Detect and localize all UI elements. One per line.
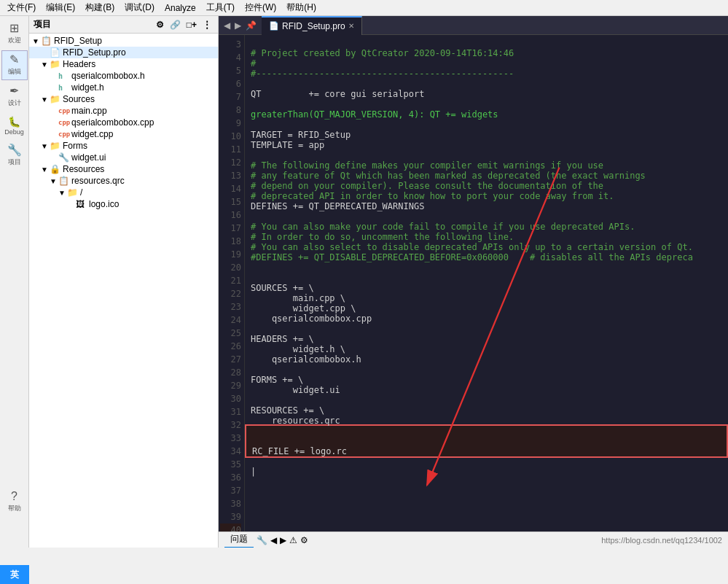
sidebar-item-help[interactable]: ? 帮助 (1, 487, 28, 517)
menu-analyze[interactable]: Analyze (160, 1, 200, 15)
sidebar-label-project: 项目 (8, 157, 21, 167)
node-label-sources: Sources (63, 94, 95, 104)
node-label-headers: Headers (63, 59, 95, 69)
tree-node-logo-ico[interactable]: 🖼 logo.ico (29, 198, 218, 210)
code-content[interactable]: # Project created by QtCreator 2020-09-1… (245, 35, 728, 532)
tree-node-slash[interactable]: ▼ 📁 / (29, 187, 218, 198)
tree-node-widget-ui[interactable]: 🔧 widget.ui (29, 152, 218, 163)
file-tree-title: 项目 (34, 18, 51, 31)
tree-node-rfid-setup[interactable]: ▼ 📋 RFID_Setup (29, 35, 218, 47)
node-label-widget-cpp: widget.cpp (71, 129, 113, 139)
menu-debug[interactable]: 调试(D) (120, 0, 159, 15)
language-button[interactable]: 英 (0, 565, 29, 584)
file-tree-toolbar: ⚙ 🔗 □+ ⋮ (154, 19, 214, 31)
arrow-icon-forms: ▼ (41, 142, 50, 150)
tree-node-resources-qrc[interactable]: ▼ 📋 resources.qrc (29, 175, 218, 187)
tab-label-rfid-pro: RFID_Setup.pro (282, 21, 345, 31)
sidebar-label-design: 设计 (8, 98, 21, 108)
project-icon: 🔧 (7, 144, 22, 156)
tree-node-forms[interactable]: ▼ 📁 Forms (29, 140, 218, 152)
tree-node-sources[interactable]: ▼ 📁 Sources (29, 93, 218, 105)
menu-edit[interactable]: 编辑(E) (42, 0, 79, 15)
sidebar-label-edit: 编辑 (8, 67, 21, 77)
watermark: https://blog.csdn.net/qq1234/1002 (601, 536, 722, 545)
menu-build[interactable]: 构建(B) (81, 0, 119, 15)
arrow-icon-headers: ▼ (41, 61, 50, 69)
tree-node-widget-cpp[interactable]: cpp widget.cpp (29, 128, 218, 140)
sidebar-item-project[interactable]: 🔧 项目 (1, 141, 28, 171)
menu-controls[interactable]: 控件(W) (240, 0, 281, 15)
node-label-qserial-cpp: qserialcombobox.cpp (71, 117, 154, 128)
menubar: 文件(F) 编辑(E) 构建(B) 调试(D) Analyze 工具(T) 控件… (0, 0, 728, 16)
arrow-icon-qrc: ▼ (50, 177, 58, 185)
pro-file-icon: 📄 (50, 47, 61, 58)
menu-file[interactable]: 文件(F) (3, 0, 40, 15)
bottom-icon-warning[interactable]: ⚠ (289, 535, 297, 545)
sidebar-label-help: 帮助 (8, 504, 21, 513)
ico-file-icon: 🖼 (76, 199, 87, 209)
bottom-panel: 问题 🔧 ◀ ▶ ⚠ ⚙ https://blog.csdn.net/qq123… (219, 532, 728, 548)
settings-icon[interactable]: ⋮ (200, 19, 214, 31)
bottom-icon-right[interactable]: ▶ (280, 535, 286, 545)
cpp-file-icon2: cpp (58, 119, 70, 126)
tab-close-icon[interactable]: ✕ (348, 22, 354, 30)
editor-tab-rfid-pro[interactable]: 📄 RFID_Setup.pro ✕ (262, 16, 362, 35)
sidebar-label-welcome: 欢迎 (8, 36, 21, 45)
ui-file-icon: 🔧 (58, 152, 70, 163)
node-label-resources-qrc: resources.qrc (71, 176, 125, 186)
arrow-icon-sources: ▼ (41, 96, 50, 104)
file-tree-header: 项目 ⚙ 🔗 □+ ⋮ (29, 16, 218, 34)
code-editor[interactable]: 3 4 5 6 7 8 9 10 11 12 13 14 15 16 17 18 (219, 35, 728, 532)
sidebar-item-design[interactable]: ✒ 设计 (1, 82, 28, 112)
tree-node-qserial-cpp[interactable]: cpp qserialcombobox.cpp (29, 117, 218, 128)
tree-node-widget-h[interactable]: h widget.h (29, 82, 218, 93)
resources-lock-icon: 🔒 (50, 164, 61, 174)
sidebar-item-debug[interactable]: 🐛 Debug (1, 113, 28, 139)
edit-icon: ✎ (9, 54, 19, 66)
help-icon: ? (11, 491, 17, 502)
line-numbers: 3 4 5 6 7 8 9 10 11 12 13 14 15 16 17 18 (219, 35, 245, 532)
nav-arrows: ◀ ▶ 📌 (219, 20, 262, 31)
filter-icon[interactable]: ⚙ (154, 19, 166, 31)
tab-file-icon: 📄 (269, 21, 279, 31)
tree-node-resources[interactable]: ▼ 🔒 Resources (29, 163, 218, 175)
slash-folder-icon: 📁 (67, 187, 79, 198)
h-file-icon2: h (58, 84, 70, 92)
node-label-widget-h: widget.h (71, 82, 104, 93)
forms-folder-icon: 📁 (50, 141, 61, 151)
bottom-tab-problems[interactable]: 问题 (224, 532, 254, 548)
node-label-rfid-pro: RFID_Setup.pro (63, 47, 126, 58)
bottom-tabs: 问题 🔧 ◀ ▶ ⚠ ⚙ (224, 532, 308, 548)
node-label-logo-ico: logo.ico (89, 199, 119, 209)
file-tree-content[interactable]: ▼ 📋 RFID_Setup 📄 RFID_Setup.pro ▼ 📁 Head… (29, 34, 218, 548)
tree-node-qserialcombobox-h[interactable]: h qserialcombobox.h (29, 70, 218, 82)
cpp-file-icon3: cpp (58, 131, 70, 138)
nav-pin-icon[interactable]: 📌 (243, 20, 259, 31)
expand-icon[interactable]: □+ (184, 19, 199, 31)
node-label-forms: Forms (63, 141, 87, 151)
editor-area: ◀ ▶ 📌 📄 RFID_Setup.pro ✕ 3 4 5 6 7 (219, 16, 728, 532)
arrow-icon: ▼ (32, 37, 41, 45)
tree-node-headers[interactable]: ▼ 📁 Headers (29, 58, 218, 70)
debug-icon: 🐛 (8, 117, 20, 127)
nav-forward-icon[interactable]: ▶ (232, 20, 243, 31)
sources-folder-icon: 📁 (50, 94, 61, 104)
bottom-icon-filter[interactable]: ⚙ (300, 535, 308, 545)
bottom-icon-build[interactable]: 🔧 (257, 535, 267, 545)
sidebar-label-debug: Debug (4, 128, 24, 136)
main-container: ⊞ 欢迎 ✎ 编辑 ✒ 设计 🐛 Debug 🔧 项目 ? 帮助 项目 (0, 16, 728, 548)
sidebar-item-welcome[interactable]: ⊞ 欢迎 (1, 19, 28, 49)
sidebar-item-edit[interactable]: ✎ 编辑 (1, 50, 28, 80)
node-label-qserial-h: qserialcombobox.h (71, 71, 145, 81)
headers-folder-icon: 📁 (50, 59, 61, 69)
link-icon[interactable]: 🔗 (168, 19, 183, 31)
menu-tools[interactable]: 工具(T) (202, 0, 239, 15)
nav-back-icon[interactable]: ◀ (222, 20, 232, 31)
design-icon: ✒ (9, 85, 19, 97)
folder-icon: 📋 (41, 36, 52, 46)
arrow-icon-slash: ▼ (58, 189, 67, 197)
tree-node-main-cpp[interactable]: cpp main.cpp (29, 105, 218, 117)
bottom-icon-left[interactable]: ◀ (270, 535, 277, 545)
tree-node-rfid-pro[interactable]: 📄 RFID_Setup.pro (29, 47, 218, 58)
menu-help[interactable]: 帮助(H) (282, 0, 321, 15)
